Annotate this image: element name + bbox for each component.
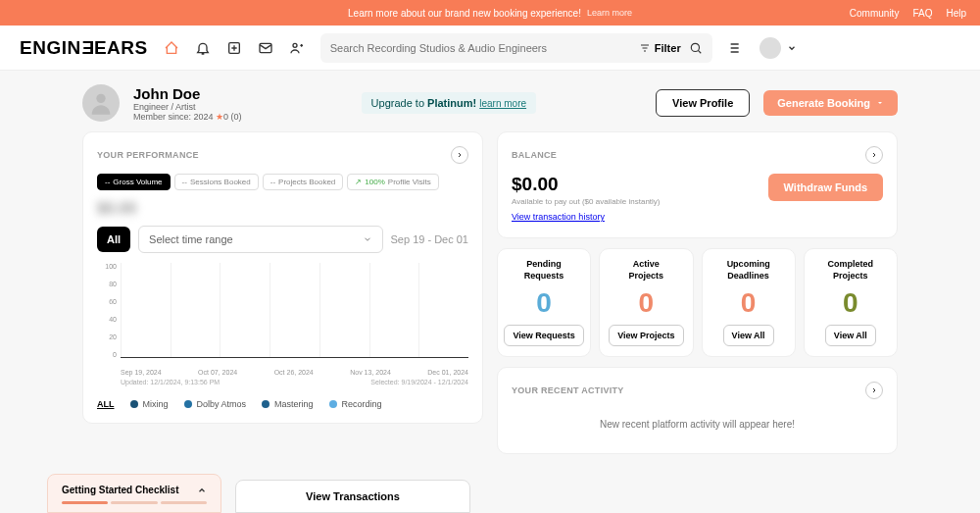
filter-icon [639, 42, 651, 54]
view-transactions-button[interactable]: View Transactions [235, 480, 470, 513]
balance-amount: $0.00 [512, 174, 661, 195]
balance-card: BALANCE $0.00 Available to pay out ($0 a… [497, 131, 898, 238]
pill-profile-visits[interactable]: ↗ 100% Profile Visits [347, 174, 438, 190]
pill-sessions-booked[interactable]: -- Sessions Booked [174, 174, 259, 190]
link-faq[interactable]: FAQ [912, 8, 932, 19]
view-all-deadlines-button[interactable]: View All [723, 325, 774, 346]
header-icons [164, 40, 305, 56]
activity-card: YOUR RECENT ACTIVITY New recent platform… [497, 367, 898, 454]
legend-recording[interactable]: Recording [329, 399, 382, 409]
upgrade-banner[interactable]: Upgrade to Platinum! learn more [362, 92, 536, 114]
avatar-icon [760, 37, 781, 59]
svg-point-2 [293, 43, 297, 47]
chart-selected: Selected: 9/19/2024 - 12/1/2024 [370, 379, 468, 385]
profile-info: John Doe Engineer / Artist Member since:… [133, 85, 242, 122]
generate-booking-button[interactable]: Generate Booking [763, 90, 898, 116]
user-menu[interactable] [760, 37, 797, 59]
caret-down-icon [876, 99, 884, 107]
activity-empty-message: New recent platform activity will appear… [512, 409, 883, 439]
stat-active-num: 0 [639, 287, 655, 319]
view-requests-button[interactable]: View Requests [504, 325, 583, 346]
stat-pending-num: 0 [536, 287, 552, 319]
transaction-history-link[interactable]: View transaction history [512, 212, 605, 222]
checklist-panel[interactable]: Getting Started Checklist [47, 474, 221, 513]
legend-all[interactable]: ALL [97, 399, 115, 409]
profile-member: Member since: 2024 ★0 (0) [133, 112, 242, 122]
legend-mastering[interactable]: Mastering [262, 399, 314, 409]
performance-chart: 100 80 60 40 20 0 Sep 19, 2024 Oct 07, 2… [97, 263, 468, 376]
topbar-links: Community FAQ Help [850, 8, 966, 19]
expand-button[interactable] [865, 146, 883, 164]
promo-message: Learn more about our brand new booking e… [348, 8, 632, 19]
expand-button[interactable] [865, 382, 883, 399]
promo-link[interactable]: Learn more [587, 8, 632, 19]
withdraw-button[interactable]: Withdraw Funds [768, 174, 883, 201]
balance-title: BALANCE [512, 150, 557, 160]
checklist-title: Getting Started Checklist [62, 485, 178, 495]
link-community[interactable]: Community [850, 8, 900, 19]
performance-title: YOUR PERFORMANCE [97, 150, 199, 160]
search-bar[interactable]: Filter [320, 33, 712, 63]
checklist-progress [62, 501, 207, 504]
profile-avatar [82, 84, 120, 122]
search-icon[interactable] [689, 41, 703, 55]
all-button[interactable]: All [97, 227, 130, 252]
filter-label: Filter [655, 42, 681, 54]
stats-row: PendingRequests 0 View Requests ActivePr… [497, 248, 898, 357]
activity-title: YOUR RECENT ACTIVITY [512, 385, 624, 395]
chart-legend: ALL Mixing Dolby Atmos Mastering Recordi… [97, 399, 468, 409]
expand-button[interactable] [451, 146, 468, 164]
upgrade-link[interactable]: learn more [479, 98, 526, 109]
promo-topbar: Learn more about our brand new booking e… [0, 0, 980, 26]
svg-point-3 [691, 43, 699, 51]
view-profile-button[interactable]: View Profile [656, 89, 750, 117]
chevron-up-icon [197, 486, 207, 495]
balance-subtitle: Available to pay out ($0 available insta… [512, 197, 661, 206]
svg-point-4 [96, 94, 105, 103]
performance-card: YOUR PERFORMANCE -- Gross Volume -- Sess… [82, 131, 483, 424]
chevron-down-icon [363, 234, 372, 244]
chart-updated: Updated: 12/1/2024, 9:13:56 PM [121, 379, 220, 385]
view-projects-button[interactable]: View Projects [609, 325, 683, 346]
metric-value: $0.00 [97, 200, 468, 218]
promo-text: Learn more about our brand new booking e… [348, 8, 581, 19]
view-all-completed-button[interactable]: View All [825, 325, 876, 346]
bottom-bar: Getting Started Checklist View Transacti… [47, 474, 980, 513]
note-icon[interactable] [226, 40, 242, 56]
stat-completed: CompletedProjects 0 View All [804, 248, 898, 357]
stat-active: ActiveProjects 0 View Projects [599, 248, 693, 357]
pill-projects-booked[interactable]: -- Projects Booked [263, 174, 344, 190]
logo[interactable]: ENGINEEARS [20, 37, 148, 59]
home-icon[interactable] [164, 40, 179, 56]
stat-completed-num: 0 [843, 287, 858, 319]
chevron-down-icon [787, 43, 797, 53]
date-range-label: Sep 19 - Dec 01 [391, 233, 469, 245]
profile-role: Engineer / Artist [133, 102, 242, 112]
people-icon[interactable] [289, 40, 305, 56]
stat-upcoming: UpcomingDeadlines 0 View All [702, 248, 796, 357]
main-header: ENGINEEARS Filter [0, 26, 980, 71]
profile-header: John Doe Engineer / Artist Member since:… [82, 84, 898, 122]
legend-dolby[interactable]: Dolby Atmos [184, 399, 247, 409]
metric-pills: -- Gross Volume -- Sessions Booked -- Pr… [97, 174, 468, 190]
bell-icon[interactable] [195, 40, 211, 56]
stat-pending: PendingRequests 0 View Requests [497, 248, 591, 357]
list-icon[interactable] [728, 40, 744, 56]
stat-upcoming-num: 0 [741, 287, 757, 319]
link-help[interactable]: Help [946, 8, 966, 19]
pill-gross-volume[interactable]: -- Gross Volume [97, 174, 171, 190]
search-input[interactable] [330, 42, 631, 54]
filter-button[interactable]: Filter [639, 42, 681, 54]
time-range-select[interactable]: Select time range [138, 226, 382, 253]
legend-mixing[interactable]: Mixing [130, 399, 169, 409]
mail-icon[interactable] [258, 40, 273, 56]
profile-name: John Doe [133, 85, 242, 102]
